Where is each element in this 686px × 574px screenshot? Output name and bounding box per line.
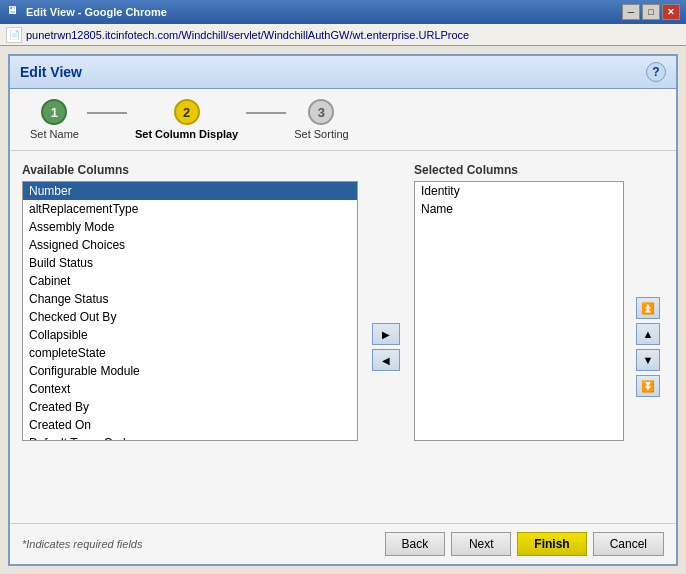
wizard-steps: 1 Set Name 2 Set Column Display 3 Set So… — [10, 89, 676, 151]
available-columns-label: Available Columns — [22, 163, 358, 177]
list-item[interactable]: Change Status — [23, 290, 357, 308]
selected-columns-list[interactable]: Identity Name — [414, 181, 624, 441]
list-item[interactable]: Identity — [415, 182, 623, 200]
step-1-circle: 1 — [41, 99, 67, 125]
selected-columns-label: Selected Columns — [414, 163, 624, 177]
dialog-header: Edit View ? — [10, 56, 676, 89]
list-item[interactable]: Assigned Choices — [23, 236, 357, 254]
step-2[interactable]: 2 Set Column Display — [135, 99, 238, 140]
list-item[interactable]: Configurable Module — [23, 362, 357, 380]
list-item[interactable]: Number — [23, 182, 357, 200]
available-columns-panel: Available Columns Number altReplacementT… — [22, 163, 358, 511]
move-bottom-button[interactable]: ⏬ — [636, 375, 660, 397]
minimize-button[interactable]: ─ — [622, 4, 640, 20]
list-item[interactable]: Created On — [23, 416, 357, 434]
help-button[interactable]: ? — [646, 62, 666, 82]
list-item[interactable]: Collapsible — [23, 326, 357, 344]
list-item[interactable]: Assembly Mode — [23, 218, 357, 236]
move-top-button[interactable]: ⏫ — [636, 297, 660, 319]
close-button[interactable]: ✕ — [662, 4, 680, 20]
address-bar: 📄 punetrwn12805.itcinfotech.com/Windchil… — [0, 24, 686, 46]
list-item[interactable]: Created By — [23, 398, 357, 416]
required-note: *Indicates required fields — [22, 538, 142, 550]
step-1[interactable]: 1 Set Name — [30, 99, 79, 140]
list-item[interactable]: Context — [23, 380, 357, 398]
page-icon: 📄 — [6, 27, 22, 43]
step-3-circle: 3 — [308, 99, 334, 125]
add-button[interactable]: ▶ — [372, 323, 400, 345]
cancel-button[interactable]: Cancel — [593, 532, 664, 556]
step-3[interactable]: 3 Set Sorting — [294, 99, 348, 140]
step-3-label: Set Sorting — [294, 128, 348, 140]
window-controls: ─ □ ✕ — [622, 4, 680, 20]
available-columns-list[interactable]: Number altReplacementType Assembly Mode … — [22, 181, 358, 441]
title-bar-text: Edit View - Google Chrome — [26, 6, 167, 18]
finish-button[interactable]: Finish — [517, 532, 586, 556]
title-bar: 🖥 Edit View - Google Chrome ─ □ ✕ — [0, 0, 686, 24]
main-content: Edit View ? 1 Set Name 2 Set Column Disp… — [0, 46, 686, 574]
move-down-button[interactable]: ▼ — [636, 349, 660, 371]
move-up-button[interactable]: ▲ — [636, 323, 660, 345]
list-item[interactable]: Cabinet — [23, 272, 357, 290]
step-connector-1 — [87, 112, 127, 114]
list-item[interactable]: Build Status — [23, 254, 357, 272]
remove-button[interactable]: ◀ — [372, 349, 400, 371]
maximize-button[interactable]: □ — [642, 4, 660, 20]
transfer-buttons: ▶ ◀ — [366, 183, 406, 511]
dialog-body: Available Columns Number altReplacementT… — [10, 151, 676, 523]
dialog-title: Edit View — [20, 64, 82, 80]
address-text: punetrwn12805.itcinfotech.com/Windchill/… — [26, 29, 469, 41]
step-connector-2 — [246, 112, 286, 114]
step-2-circle: 2 — [174, 99, 200, 125]
app-icon: 🖥 — [6, 4, 22, 20]
step-1-label: Set Name — [30, 128, 79, 140]
back-button[interactable]: Back — [385, 532, 446, 556]
next-button[interactable]: Next — [451, 532, 511, 556]
sort-buttons: ⏫ ▲ ▼ ⏬ — [632, 183, 664, 511]
selected-columns-panel: Selected Columns Identity Name — [414, 163, 624, 511]
list-item[interactable]: altReplacementType — [23, 200, 357, 218]
footer-buttons: Back Next Finish Cancel — [385, 532, 664, 556]
list-item[interactable]: Default Trace Code — [23, 434, 357, 441]
list-item[interactable]: Name — [415, 200, 623, 218]
list-item[interactable]: Checked Out By — [23, 308, 357, 326]
dialog-panel: Edit View ? 1 Set Name 2 Set Column Disp… — [8, 54, 678, 566]
list-item[interactable]: completeState — [23, 344, 357, 362]
step-2-label: Set Column Display — [135, 128, 238, 140]
dialog-footer: *Indicates required fields Back Next Fin… — [10, 523, 676, 564]
columns-container: Available Columns Number altReplacementT… — [22, 163, 664, 511]
